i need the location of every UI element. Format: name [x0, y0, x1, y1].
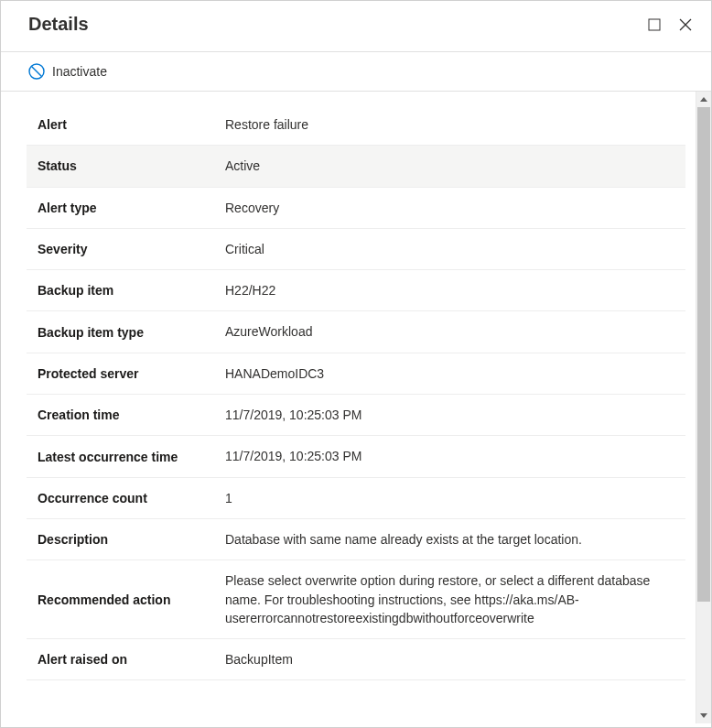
detail-label: Creation time: [38, 407, 225, 422]
close-icon: [679, 18, 692, 31]
detail-label: Backup item type: [38, 325, 225, 340]
detail-value: Active: [225, 157, 674, 175]
inactivate-button[interactable]: Inactivate: [28, 63, 107, 80]
content-wrapper: Alert Restore failure Status Active Aler…: [1, 92, 711, 723]
detail-value: H22/H22: [225, 281, 674, 299]
detail-label: Severity: [38, 242, 225, 256]
details-panel: Alert Restore failure Status Active Aler…: [1, 92, 711, 723]
detail-row-alert-type: Alert type Recovery: [27, 188, 685, 229]
detail-row-occurrence-count: Occurrence count 1: [27, 478, 685, 519]
detail-value: BackupItem: [225, 650, 674, 668]
window-header: Details: [1, 1, 711, 52]
scrollbar[interactable]: [696, 92, 711, 723]
scrollbar-thumb[interactable]: [697, 107, 710, 602]
detail-value: 1: [225, 489, 674, 507]
scrollbar-down-arrow-icon[interactable]: [696, 708, 711, 723]
maximize-button[interactable]: [647, 17, 662, 32]
detail-label: Alert raised on: [38, 652, 225, 667]
toolbar: Inactivate: [1, 52, 711, 92]
detail-value: Database with same name already exists a…: [225, 530, 674, 549]
svg-rect-0: [649, 19, 660, 30]
detail-label: Alert type: [38, 201, 225, 215]
detail-value: Recovery: [225, 199, 674, 217]
detail-row-description: Description Database with same name alre…: [27, 519, 685, 560]
detail-value: AzureWorkload: [225, 322, 674, 341]
prohibit-icon: [28, 63, 45, 80]
detail-value: HANADemoIDC3: [225, 364, 674, 383]
maximize-icon: [648, 18, 661, 31]
detail-label: Backup item: [38, 283, 225, 298]
detail-value: 11/7/2019, 10:25:03 PM: [225, 447, 674, 465]
scrollbar-up-arrow-icon[interactable]: [696, 92, 711, 107]
detail-label: Description: [38, 532, 225, 547]
detail-row-alert: Alert Restore failure: [27, 104, 685, 146]
detail-label: Latest occurrence time: [38, 450, 225, 464]
detail-value: Please select overwrite option during re…: [225, 571, 674, 627]
detail-value: Restore failure: [225, 115, 674, 134]
detail-label: Alert: [38, 117, 225, 132]
detail-value: 11/7/2019, 10:25:03 PM: [225, 406, 674, 424]
detail-row-severity: Severity Critical: [27, 229, 685, 270]
detail-label: Recommended action: [38, 592, 225, 607]
detail-row-status: Status Active: [27, 146, 685, 187]
detail-row-backup-item-type: Backup item type AzureWorkload: [27, 311, 685, 353]
detail-label: Occurrence count: [38, 491, 225, 505]
inactivate-label: Inactivate: [52, 64, 107, 79]
svg-line-4: [32, 67, 42, 77]
page-title: Details: [28, 14, 89, 35]
close-button[interactable]: [678, 17, 693, 32]
detail-row-alert-raised-on: Alert raised on BackupItem: [27, 639, 685, 680]
detail-row-recommended-action: Recommended action Please select overwri…: [27, 560, 685, 639]
detail-row-protected-server: Protected server HANADemoIDC3: [27, 353, 685, 395]
detail-row-backup-item: Backup item H22/H22: [27, 270, 685, 311]
detail-label: Protected server: [38, 366, 225, 381]
detail-row-creation-time: Creation time 11/7/2019, 10:25:03 PM: [27, 395, 685, 436]
detail-row-latest-occurrence-time: Latest occurrence time 11/7/2019, 10:25:…: [27, 436, 685, 477]
window-controls: [647, 17, 693, 32]
detail-label: Status: [38, 158, 225, 173]
detail-value: Critical: [225, 240, 674, 258]
